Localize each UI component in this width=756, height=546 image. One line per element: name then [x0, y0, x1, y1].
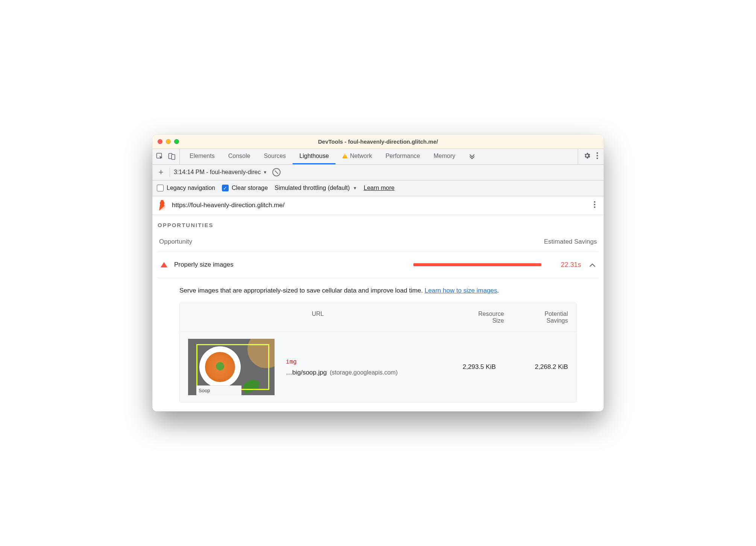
tab-network[interactable]: Network	[335, 149, 379, 164]
svg-rect-2	[172, 155, 175, 159]
legacy-navigation-label: Legacy navigation	[167, 185, 215, 191]
kebab-menu-icon[interactable]	[596, 152, 598, 161]
opportunity-row[interactable]: Properly size images 22.31s	[158, 252, 598, 278]
opportunity-title: Properly size images	[174, 261, 234, 268]
tab-label: Elements	[190, 153, 215, 159]
caret-down-icon: ▼	[263, 170, 267, 174]
clear-storage-label: Clear storage	[232, 185, 268, 191]
clear-storage-option[interactable]: ✓ Clear storage	[222, 185, 268, 191]
tab-lighthouse[interactable]: Lighthouse	[293, 149, 335, 164]
fail-triangle-icon	[161, 262, 167, 267]
divider	[170, 168, 170, 177]
desc-text-post: .	[497, 287, 499, 294]
svg-point-7	[594, 201, 595, 203]
tab-performance[interactable]: Performance	[379, 149, 427, 164]
svg-point-5	[597, 158, 598, 159]
lighthouse-toolbar: + 3:14:14 PM - foul-heavenly-direc ▼	[152, 165, 604, 180]
section-heading: OPPORTUNITIES	[158, 222, 598, 228]
tab-label: Performance	[386, 153, 420, 159]
device-toggle-icon[interactable]	[168, 153, 176, 160]
tabbar-right	[578, 149, 604, 164]
path-host: (storage.googleapis.com)	[330, 369, 398, 376]
col-savings: Estimated Savings	[544, 238, 597, 246]
window-title: DevTools - foul-heavenly-direction.glitc…	[152, 138, 604, 145]
savings-bar	[413, 263, 541, 266]
report-dropdown-label: 3:14:14 PM - foul-heavenly-direc	[174, 169, 261, 176]
throttling-label: Simulated throttling (default)	[275, 185, 350, 191]
traffic-lights	[158, 139, 179, 144]
report-content: OPPORTUNITIES Opportunity Estimated Savi…	[152, 215, 604, 412]
col-opportunity: Opportunity	[159, 238, 192, 246]
tab-label: Console	[228, 153, 250, 159]
chevron-up-icon[interactable]	[588, 261, 597, 269]
th-url: URL	[188, 311, 448, 324]
close-window-button[interactable]	[158, 139, 162, 144]
learn-more-link[interactable]: Learn more	[364, 185, 395, 191]
highlight-box	[196, 344, 269, 390]
resource-size: 2,293.5 KiB	[439, 363, 496, 371]
tab-console[interactable]: Console	[222, 149, 257, 164]
column-headers: Opportunity Estimated Savings	[158, 238, 598, 246]
checkbox-unchecked[interactable]	[157, 185, 164, 191]
tab-elements[interactable]: Elements	[183, 149, 222, 164]
tab-label: Sources	[264, 153, 286, 159]
th-size: Resource Size	[448, 311, 504, 324]
lighthouse-icon	[158, 200, 167, 211]
desc-text: Serve images that are appropriately-size…	[179, 287, 425, 294]
svg-point-4	[597, 155, 598, 156]
checkbox-checked[interactable]: ✓	[222, 185, 229, 191]
inspect-element-icon[interactable]	[156, 153, 164, 160]
minimize-window-button[interactable]	[166, 139, 171, 144]
desc-learn-link[interactable]: Learn how to size images	[425, 287, 497, 294]
lighthouse-settings-bar: Legacy navigation ✓ Clear storage Simula…	[152, 180, 604, 196]
tab-memory[interactable]: Memory	[427, 149, 462, 164]
tab-label: Lighthouse	[299, 153, 329, 159]
resource-url-cell: img …big/soop.jpg (storage.googleapis.co…	[283, 358, 431, 376]
report-url: https://foul-heavenly-direction.glitch.m…	[172, 202, 586, 209]
table-row: Soop img …big/soop.jpg (storage.googleap…	[180, 332, 576, 402]
new-report-button[interactable]: +	[156, 167, 166, 177]
path-text: …big/soop.jpg	[286, 369, 327, 376]
svg-point-3	[597, 152, 598, 154]
clear-icon[interactable]	[272, 168, 281, 176]
zoom-window-button[interactable]	[174, 139, 179, 144]
element-tag: img	[286, 358, 431, 365]
tab-label: Network	[350, 153, 372, 159]
tab-label: Memory	[434, 153, 455, 159]
throttling-dropdown[interactable]: Simulated throttling (default) ▼	[275, 185, 357, 191]
report-menu-icon[interactable]	[591, 201, 598, 210]
warning-icon	[342, 153, 348, 159]
resource-path[interactable]: …big/soop.jpg (storage.googleapis.com)	[286, 369, 431, 376]
savings-value: 22.31s	[553, 261, 581, 269]
resources-table: URL Resource Size Potential Savings	[179, 303, 577, 402]
svg-point-9	[594, 206, 595, 208]
devtools-window: DevTools - foul-heavenly-direction.glitc…	[152, 135, 604, 412]
panel-tabbar: Elements Console Sources Lighthouse Netw…	[152, 149, 604, 165]
inspect-toolbar	[152, 149, 180, 164]
potential-savings: 2,268.2 KiB	[504, 363, 568, 371]
svg-point-8	[594, 204, 595, 205]
th-potential: Potential Savings	[504, 311, 568, 324]
resource-thumbnail[interactable]: Soop	[188, 339, 275, 395]
report-dropdown[interactable]: 3:14:14 PM - foul-heavenly-direc ▼	[174, 169, 267, 176]
settings-gear-icon[interactable]	[583, 152, 591, 161]
tab-sources[interactable]: Sources	[257, 149, 293, 164]
legacy-navigation-option[interactable]: Legacy navigation	[157, 185, 215, 191]
report-url-bar: https://foul-heavenly-direction.glitch.m…	[152, 196, 604, 215]
opportunity-description: Serve images that are appropriately-size…	[158, 278, 598, 303]
svg-rect-6	[160, 202, 164, 204]
panel-tabs: Elements Console Sources Lighthouse Netw…	[180, 149, 578, 164]
more-tabs-button[interactable]	[462, 149, 482, 164]
table-header: URL Resource Size Potential Savings	[180, 303, 576, 332]
thumb-card-label: Soop	[196, 385, 241, 395]
titlebar: DevTools - foul-heavenly-direction.glitc…	[152, 135, 604, 149]
caret-down-icon: ▼	[353, 186, 357, 190]
